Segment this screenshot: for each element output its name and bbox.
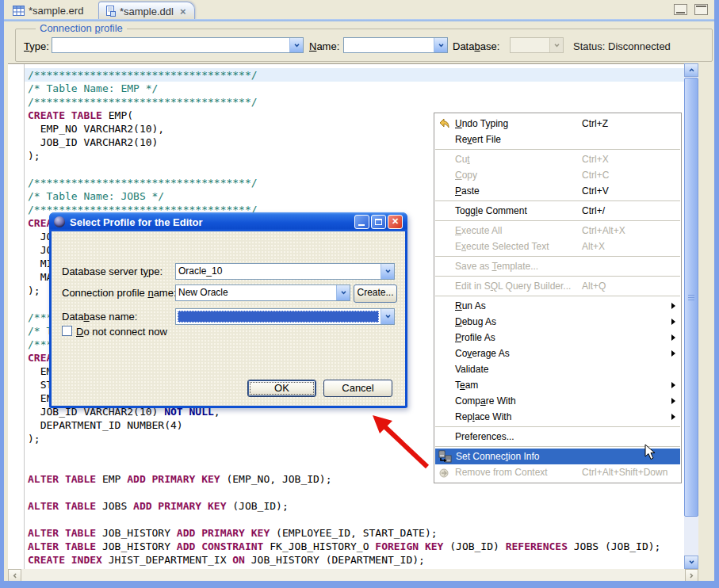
editor-tab-bar: *sample.erd *sample.ddl ×: [4, 0, 714, 21]
db-server-type-combobox[interactable]: Oracle_10: [175, 263, 395, 280]
menu-item-execute-all[interactable]: Execute AllCtrl+Alt+X: [434, 223, 681, 239]
name-label: Name:: [309, 40, 339, 52]
menu-item-label: Run As: [455, 300, 486, 311]
menu-item-undo-typing[interactable]: Undo TypingCtrl+Z: [434, 116, 681, 132]
menu-item-coverage-as[interactable]: Coverage As: [434, 346, 681, 361]
database-label: Database:: [453, 40, 499, 52]
chevron-down-icon[interactable]: [336, 285, 350, 300]
submenu-arrow-icon: [671, 350, 675, 357]
menu-item-label: Paste: [455, 185, 480, 197]
application-window: *sample.erd *sample.ddl × Connection pro…: [0, 0, 719, 588]
menu-separator: [435, 446, 680, 447]
menu-item-shortcut: Ctrl+C: [582, 167, 609, 183]
menu-item-remove-from-context[interactable]: Remove from ContextCtrl+Alt+Shift+Down: [434, 464, 681, 480]
code-line: ALTER TABLE JOBS ADD PRIMARY KEY (JOB_ID…: [28, 499, 684, 513]
menu-item-save-as-template[interactable]: Save as Template...: [434, 258, 681, 274]
submenu-arrow-icon: [671, 303, 675, 309]
menu-item-edit-in-sql-query-builder[interactable]: Edit in SQL Query Builder...Alt+Q: [434, 278, 681, 294]
connection-db-icon: [438, 450, 452, 463]
select-profile-dialog: Select Profile for the Editor ✕ Database…: [49, 212, 407, 408]
menu-item-shortcut: Ctrl+Z: [582, 116, 608, 132]
code-line: /***********************************/: [25, 68, 684, 82]
menu-item-replace-with[interactable]: Replace With: [434, 409, 681, 425]
dialog-minimize-icon[interactable]: [354, 215, 369, 229]
do-not-connect-checkbox[interactable]: [62, 326, 72, 336]
tab-sample-ddl[interactable]: *sample.ddl ×: [98, 2, 195, 20]
menu-item-set-connection-info[interactable]: Set Connection Info: [435, 449, 680, 464]
conn-profile-name-combobox[interactable]: New Oracle: [175, 284, 350, 301]
menu-item-validate[interactable]: Validate: [434, 361, 681, 377]
menu-item-label: Set Connection Info: [456, 451, 539, 462]
database-value: [511, 38, 549, 52]
menu-item-preferences[interactable]: Preferences...: [434, 429, 681, 445]
table-icon: [13, 6, 25, 16]
menu-separator: [435, 149, 680, 150]
code-line: /***********************************/: [28, 95, 684, 109]
code-line: /* Table Name: EMP */: [28, 82, 684, 95]
menu-item-compare-with[interactable]: Compare With: [434, 393, 681, 409]
vertical-scrollbar[interactable]: [684, 63, 698, 569]
menu-item-toggle-comment[interactable]: Toggle CommentCtrl+/: [434, 203, 681, 219]
chevron-down-icon[interactable]: [381, 309, 394, 324]
menu-item-label: Replace With: [455, 411, 511, 422]
menu-item-label: Remove from Context: [455, 467, 548, 478]
tab-sample-erd[interactable]: *sample.erd: [6, 2, 91, 19]
remove-context-icon: [438, 466, 451, 479]
code-line: [28, 513, 684, 526]
menu-item-label: Profile As: [455, 332, 495, 343]
menu-item-execute-selected-text[interactable]: Execute Selected TextAlt+X: [434, 239, 681, 254]
cancel-button[interactable]: Cancel: [323, 380, 392, 397]
dialog-title: Select Profile for the Editor: [70, 216, 203, 228]
menu-item-debug-as[interactable]: Debug As: [434, 314, 681, 330]
code-line: CREATE INDEX JHIST_DEPARTMENT_IX ON JOB_…: [28, 553, 684, 567]
conn-profile-name-value: New Oracle: [176, 285, 336, 300]
database-name-combobox[interactable]: [175, 308, 395, 325]
editor-context-menu: Undo TypingCtrl+ZRevert FileCutCtrl+XCop…: [434, 113, 682, 483]
submenu-arrow-icon: [671, 334, 675, 341]
scroll-right-icon[interactable]: [685, 569, 698, 582]
ok-button[interactable]: OK: [247, 380, 316, 397]
eclipse-sphere-icon: [54, 216, 65, 227]
menu-item-copy[interactable]: CopyCtrl+C: [434, 167, 681, 183]
minimize-view-icon[interactable]: [674, 4, 687, 15]
undo-icon: [438, 117, 451, 130]
name-value: [344, 38, 434, 52]
dialog-close-icon[interactable]: ✕: [388, 215, 403, 229]
chevron-down-icon: [549, 38, 563, 52]
submenu-arrow-icon: [671, 398, 675, 404]
dialog-titlebar[interactable]: Select Profile for the Editor ✕: [49, 212, 407, 231]
menu-item-paste[interactable]: PasteCtrl+V: [434, 183, 681, 199]
chevron-down-icon[interactable]: [434, 38, 447, 52]
submenu-arrow-icon: [671, 382, 675, 388]
menu-item-shortcut: Ctrl+V: [582, 183, 609, 199]
connection-profile-title: Connection profile: [36, 22, 127, 34]
menu-item-shortcut: Ctrl+/: [582, 203, 605, 219]
tab-close-icon[interactable]: ×: [180, 6, 186, 17]
scroll-left-icon[interactable]: [8, 569, 21, 582]
chevron-down-icon[interactable]: [381, 264, 394, 279]
menu-item-profile-as[interactable]: Profile As: [434, 330, 681, 346]
menu-item-team[interactable]: Team: [434, 377, 681, 393]
maximize-view-icon[interactable]: [694, 4, 708, 15]
create-button[interactable]: Create...: [354, 284, 397, 303]
submenu-arrow-icon: [671, 319, 675, 325]
menu-separator: [435, 200, 680, 201]
editor-margin-line: [24, 64, 25, 570]
menu-item-cut[interactable]: CutCtrl+X: [434, 151, 681, 167]
code-line: [28, 486, 684, 499]
ddl-file-icon: [105, 6, 116, 17]
menu-item-shortcut: Ctrl+X: [582, 151, 609, 167]
menu-item-label: Execute All: [455, 225, 502, 236]
menu-item-run-as[interactable]: Run As: [434, 298, 681, 314]
type-combobox[interactable]: [52, 37, 304, 53]
db-server-type-value: Oracle_10: [176, 264, 381, 279]
horizontal-scrollbar[interactable]: [8, 569, 698, 582]
dialog-maximize-icon[interactable]: [371, 215, 386, 229]
chevron-down-icon[interactable]: [289, 38, 303, 52]
scroll-up-icon[interactable]: [684, 63, 698, 77]
scroll-down-icon[interactable]: [684, 556, 698, 569]
vertical-scroll-thumb[interactable]: [684, 78, 698, 517]
menu-item-shortcut: Alt+Q: [582, 278, 606, 294]
menu-item-revert-file[interactable]: Revert File: [434, 132, 681, 147]
name-combobox[interactable]: [343, 37, 448, 53]
